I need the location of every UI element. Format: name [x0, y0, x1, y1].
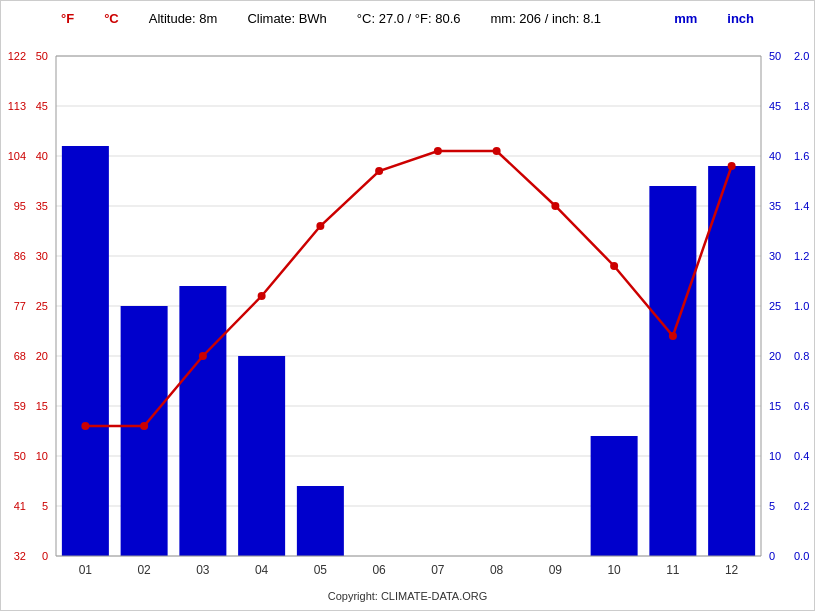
svg-text:1.6: 1.6: [794, 150, 809, 162]
svg-rect-62: [708, 166, 755, 556]
svg-text:07: 07: [431, 563, 445, 577]
svg-text:41: 41: [14, 500, 26, 512]
svg-text:50: 50: [14, 450, 26, 462]
svg-point-86: [669, 332, 677, 340]
svg-text:1.2: 1.2: [794, 250, 809, 262]
svg-text:35: 35: [36, 200, 48, 212]
svg-text:30: 30: [36, 250, 48, 262]
svg-text:02: 02: [137, 563, 151, 577]
svg-text:2.0: 2.0: [794, 50, 809, 62]
svg-text:68: 68: [14, 350, 26, 362]
altitude-label: Altitude: 8m: [149, 11, 218, 26]
svg-rect-55: [62, 146, 109, 556]
svg-text:32: 32: [14, 550, 26, 562]
svg-text:05: 05: [314, 563, 328, 577]
svg-text:77: 77: [14, 300, 26, 312]
svg-rect-57: [179, 286, 226, 556]
svg-text:01: 01: [79, 563, 93, 577]
svg-rect-58: [238, 356, 285, 556]
svg-text:5: 5: [769, 500, 775, 512]
svg-point-84: [551, 202, 559, 210]
climate-label: Climate: BWh: [247, 11, 326, 26]
svg-text:25: 25: [36, 300, 48, 312]
svg-text:30: 30: [769, 250, 781, 262]
svg-text:122: 122: [8, 50, 26, 62]
svg-text:1.8: 1.8: [794, 100, 809, 112]
svg-text:0.8: 0.8: [794, 350, 809, 362]
precip-label: mm: 206 / inch: 8.1: [490, 11, 601, 26]
svg-text:08: 08: [490, 563, 504, 577]
svg-text:04: 04: [255, 563, 269, 577]
svg-point-87: [728, 162, 736, 170]
svg-text:03: 03: [196, 563, 210, 577]
svg-point-81: [375, 167, 383, 175]
inch-label: inch: [727, 11, 754, 26]
svg-rect-59: [297, 486, 344, 556]
svg-text:40: 40: [769, 150, 781, 162]
svg-text:50: 50: [36, 50, 48, 62]
svg-text:45: 45: [769, 100, 781, 112]
svg-text:06: 06: [372, 563, 386, 577]
svg-text:15: 15: [769, 400, 781, 412]
svg-text:0.6: 0.6: [794, 400, 809, 412]
svg-text:0.0: 0.0: [794, 550, 809, 562]
svg-text:10: 10: [607, 563, 621, 577]
main-chart-svg: 03200.054150.21050100.41559150.62068200.…: [56, 56, 761, 556]
svg-point-76: [81, 422, 89, 430]
svg-text:20: 20: [769, 350, 781, 362]
svg-text:0.4: 0.4: [794, 450, 809, 462]
svg-text:0: 0: [42, 550, 48, 562]
svg-point-82: [434, 147, 442, 155]
svg-text:45: 45: [36, 100, 48, 112]
svg-text:95: 95: [14, 200, 26, 212]
svg-text:15: 15: [36, 400, 48, 412]
svg-text:5: 5: [42, 500, 48, 512]
svg-rect-61: [649, 186, 696, 556]
svg-text:104: 104: [8, 150, 26, 162]
svg-text:09: 09: [549, 563, 563, 577]
svg-point-78: [199, 352, 207, 360]
svg-text:1.4: 1.4: [794, 200, 809, 212]
svg-text:0.2: 0.2: [794, 500, 809, 512]
axis-label-celsius: °C: [104, 11, 119, 26]
chart-container: °F °C Altitude: 8m Climate: BWh °C: 27.0…: [0, 0, 815, 611]
svg-point-80: [316, 222, 324, 230]
svg-text:11: 11: [666, 563, 680, 577]
axis-label-fahrenheit: °F: [61, 11, 74, 26]
mm-label: mm: [674, 11, 697, 26]
svg-text:113: 113: [8, 100, 26, 112]
svg-text:86: 86: [14, 250, 26, 262]
svg-text:25: 25: [769, 300, 781, 312]
svg-text:20: 20: [36, 350, 48, 362]
svg-point-79: [258, 292, 266, 300]
svg-text:1.0: 1.0: [794, 300, 809, 312]
chart-header: °F °C Altitude: 8m Climate: BWh °C: 27.0…: [1, 11, 814, 26]
svg-text:10: 10: [769, 450, 781, 462]
copyright-text: Copyright: CLIMATE-DATA.ORG: [328, 590, 488, 602]
svg-text:40: 40: [36, 150, 48, 162]
svg-rect-56: [121, 306, 168, 556]
svg-text:10: 10: [36, 450, 48, 462]
svg-point-77: [140, 422, 148, 430]
svg-point-83: [493, 147, 501, 155]
svg-rect-60: [591, 436, 638, 556]
svg-point-85: [610, 262, 618, 270]
svg-text:12: 12: [725, 563, 739, 577]
svg-text:50: 50: [769, 50, 781, 62]
svg-text:59: 59: [14, 400, 26, 412]
svg-text:35: 35: [769, 200, 781, 212]
temp-label: °C: 27.0 / °F: 80.6: [357, 11, 461, 26]
svg-text:0: 0: [769, 550, 775, 562]
